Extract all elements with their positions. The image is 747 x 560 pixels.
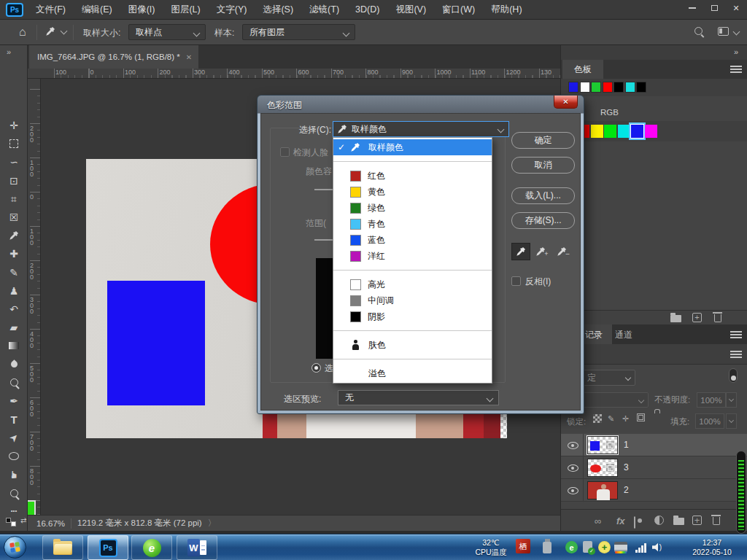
object-selection-tool[interactable]: ⊡ xyxy=(0,172,28,190)
history-tab-label[interactable]: 记录 xyxy=(585,329,603,341)
chevron-down-icon[interactable] xyxy=(733,28,740,36)
browser-tray-icon[interactable]: e xyxy=(565,541,578,553)
menu-滤镜(T)[interactable]: 滤镜(T) xyxy=(301,0,347,20)
swatch[interactable] xyxy=(591,125,603,138)
layer-effects-icon[interactable]: fx xyxy=(616,516,625,526)
new-layer-icon[interactable]: + xyxy=(692,516,702,525)
lasso-tool[interactable]: ∽ xyxy=(0,153,28,171)
volume-icon[interactable]: ) xyxy=(652,542,662,552)
layer-row-2[interactable]: 2 xyxy=(561,479,747,502)
layer-row-3[interactable]: 3 xyxy=(561,456,747,479)
crop-tool[interactable]: ⌗ xyxy=(0,190,28,208)
brush-tool[interactable]: ✎ xyxy=(0,264,28,281)
menu-选择(S)[interactable]: 选择(S) xyxy=(255,0,301,20)
color-range-option-青色[interactable]: 青色 xyxy=(333,216,492,232)
frame-tool[interactable]: ☒ xyxy=(0,209,28,226)
panel-menu-icon[interactable] xyxy=(730,66,742,73)
swatch[interactable] xyxy=(568,82,578,93)
detect-faces-checkbox[interactable] xyxy=(280,147,290,157)
layer-thumbnail[interactable] xyxy=(587,459,618,477)
menu-文字(Y)[interactable]: 文字(Y) xyxy=(209,0,255,20)
clone-stamp-tool[interactable]: ♟ xyxy=(0,282,28,300)
color-range-option-溢色[interactable]: 溢色 xyxy=(333,365,492,381)
menu-帮助(H)[interactable]: 帮助(H) xyxy=(483,0,530,20)
visibility-eye-icon[interactable] xyxy=(568,442,578,449)
gradient-tool[interactable] xyxy=(0,337,28,354)
sample-size-select[interactable]: 取样点 xyxy=(128,24,206,40)
visibility-eye-icon[interactable] xyxy=(568,464,578,472)
swatch[interactable] xyxy=(636,82,646,93)
tab-close-icon[interactable]: ✕ xyxy=(186,53,192,61)
menu-视图(V)[interactable]: 视图(V) xyxy=(387,0,434,20)
layer-mask-icon[interactable] xyxy=(634,516,635,529)
swatch[interactable] xyxy=(631,125,643,138)
network-signal-icon[interactable] xyxy=(635,542,649,553)
minimize-button[interactable] xyxy=(681,0,703,16)
color-range-option-蓝色[interactable]: 蓝色 xyxy=(333,232,492,248)
type-tool[interactable]: T xyxy=(0,411,28,428)
sample-select[interactable]: 所有图层 xyxy=(242,24,355,40)
chevron-down-icon[interactable] xyxy=(61,28,68,35)
clock[interactable]: 12:37 2022-05-10 xyxy=(681,538,743,557)
select-combo[interactable]: 取样颜色 xyxy=(333,121,509,137)
panel-menu-icon[interactable] xyxy=(730,331,742,338)
printer-tray-icon[interactable] xyxy=(614,542,627,552)
invert-checkbox[interactable] xyxy=(511,276,521,286)
new-group-icon[interactable] xyxy=(673,518,684,525)
move-tool[interactable]: ✛ xyxy=(0,117,28,134)
layer-row-1[interactable]: 1 xyxy=(561,434,747,456)
color-range-option-肤色[interactable]: 肤色 xyxy=(333,337,492,353)
taskbar-explorer-button[interactable] xyxy=(42,535,83,560)
layer-thumbnail[interactable] xyxy=(587,436,618,454)
dialog-close-button[interactable]: ✕ xyxy=(554,96,578,109)
zoom-tool[interactable] xyxy=(0,484,28,502)
dodge-tool[interactable] xyxy=(0,374,28,392)
document-tab[interactable]: IMG_7664.JPG @ 16.7% (1, RGB/8) * ✕ xyxy=(29,45,198,69)
history-brush-tool[interactable]: ↶ xyxy=(0,300,28,318)
seal-tray-icon[interactable]: 栖 xyxy=(516,539,530,553)
taskbar-browser-button[interactable]: e xyxy=(131,535,172,560)
home-icon[interactable]: ⌂ xyxy=(19,26,26,39)
swatch[interactable] xyxy=(591,82,601,93)
filter-toggle[interactable] xyxy=(729,368,738,383)
color-range-option-取样颜色[interactable]: ✓取样颜色 xyxy=(333,139,492,155)
eyedropper-sample-button[interactable] xyxy=(511,243,530,260)
load-button[interactable]: 载入(L)... xyxy=(511,187,575,204)
new-swatch-icon[interactable]: + xyxy=(692,313,702,322)
tab-channels[interactable]: 通道 xyxy=(615,329,632,341)
color-range-option-红色[interactable]: 红色 xyxy=(333,168,492,184)
hand-tool[interactable]: ☛ xyxy=(0,466,28,483)
layer-thumbnail[interactable] xyxy=(587,481,618,499)
lock-pixels-icon[interactable]: ✎ xyxy=(608,414,614,424)
swatch[interactable] xyxy=(580,82,590,93)
start-button[interactable] xyxy=(4,536,26,559)
adjustment-layer-icon[interactable] xyxy=(654,516,664,525)
cpu-temp-gauge-widget[interactable] xyxy=(736,451,746,534)
safely-remove-tray-icon[interactable] xyxy=(583,541,592,553)
eyedropper-tool[interactable] xyxy=(0,227,28,244)
menu-3D(D)[interactable]: 3D(D) xyxy=(347,0,387,20)
swatch[interactable] xyxy=(614,82,624,93)
healing-brush-tool[interactable]: ✚ xyxy=(0,245,28,262)
color-range-option-中间调[interactable]: 中间调 xyxy=(333,292,492,308)
menu-图层(L)[interactable]: 图层(L) xyxy=(163,0,208,20)
close-button[interactable]: ✕ xyxy=(725,0,747,16)
eyedropper-add-button[interactable]: + xyxy=(533,243,551,260)
swatch[interactable] xyxy=(604,125,616,138)
lock-transparency-icon[interactable] xyxy=(593,414,602,423)
workspace-icon[interactable] xyxy=(718,27,729,36)
status-chevron-icon[interactable]: 〉 xyxy=(208,518,217,529)
eraser-tool[interactable]: ▰ xyxy=(0,319,28,336)
eyedropper-tool-icon[interactable] xyxy=(45,26,55,36)
panel-menu-icon[interactable] xyxy=(730,351,742,358)
opacity-dropdown[interactable] xyxy=(726,392,737,408)
color-range-option-洋红[interactable]: 洋红 xyxy=(333,248,492,264)
layers-filter-select[interactable]: 定 xyxy=(576,370,635,386)
taskbar-photoshop-button[interactable]: Ps xyxy=(88,535,128,560)
lock-artboard-icon[interactable] xyxy=(637,413,645,421)
swatch[interactable] xyxy=(603,82,613,93)
color-range-option-高光[interactable]: 高光 xyxy=(333,276,492,292)
ellipse-tool[interactable] xyxy=(0,448,28,465)
usb-tray-icon[interactable] xyxy=(543,542,551,553)
delete-icon[interactable] xyxy=(714,314,721,322)
